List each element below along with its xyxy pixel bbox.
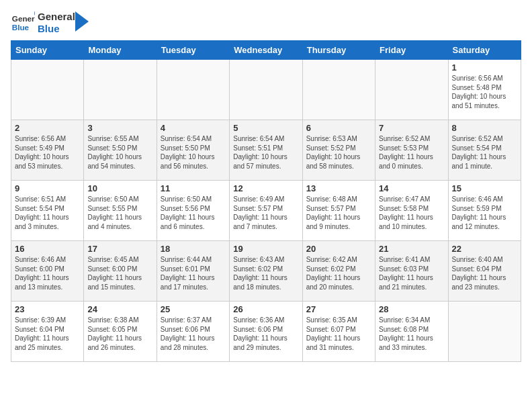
day-info: Sunrise: 6:34 AM Sunset: 6:08 PM Dayligh… bbox=[379, 316, 444, 352]
day-info: Sunrise: 6:49 AM Sunset: 5:57 PM Dayligh… bbox=[233, 195, 298, 231]
day-number: 2 bbox=[15, 123, 80, 133]
svg-marker-2 bbox=[34, 11, 35, 15]
calendar-cell: 7Sunrise: 6:52 AM Sunset: 5:53 PM Daylig… bbox=[375, 120, 448, 181]
calendar-cell bbox=[375, 60, 448, 120]
day-number: 23 bbox=[15, 304, 80, 314]
day-info: Sunrise: 6:48 AM Sunset: 5:57 PM Dayligh… bbox=[306, 195, 371, 231]
day-info: Sunrise: 6:43 AM Sunset: 6:02 PM Dayligh… bbox=[233, 255, 298, 291]
calendar-week-row: 9Sunrise: 6:51 AM Sunset: 5:54 PM Daylig… bbox=[11, 181, 521, 241]
day-info: Sunrise: 6:56 AM Sunset: 5:48 PM Dayligh… bbox=[452, 74, 517, 110]
logo-icon: General Blue bbox=[11, 11, 35, 35]
day-number: 20 bbox=[306, 244, 371, 254]
day-info: Sunrise: 6:36 AM Sunset: 6:06 PM Dayligh… bbox=[233, 316, 298, 352]
calendar-cell: 4Sunrise: 6:54 AM Sunset: 5:50 PM Daylig… bbox=[157, 120, 229, 181]
day-number: 15 bbox=[452, 183, 517, 193]
calendar-cell bbox=[84, 60, 157, 120]
day-info: Sunrise: 6:55 AM Sunset: 5:50 PM Dayligh… bbox=[87, 134, 152, 171]
day-info: Sunrise: 6:42 AM Sunset: 6:02 PM Dayligh… bbox=[306, 255, 371, 291]
day-info: Sunrise: 6:40 AM Sunset: 6:04 PM Dayligh… bbox=[452, 255, 517, 291]
calendar-cell: 28Sunrise: 6:34 AM Sunset: 6:08 PM Dayli… bbox=[375, 302, 448, 362]
calendar-cell: 25Sunrise: 6:37 AM Sunset: 6:06 PM Dayli… bbox=[157, 302, 229, 362]
calendar-cell bbox=[157, 60, 229, 120]
day-number: 12 bbox=[233, 183, 298, 193]
calendar-cell: 16Sunrise: 6:46 AM Sunset: 6:00 PM Dayli… bbox=[11, 241, 84, 302]
day-info: Sunrise: 6:50 AM Sunset: 5:56 PM Dayligh… bbox=[161, 195, 226, 231]
day-number: 3 bbox=[87, 123, 152, 133]
calendar-cell: 11Sunrise: 6:50 AM Sunset: 5:56 PM Dayli… bbox=[157, 181, 229, 241]
day-number: 14 bbox=[379, 183, 444, 193]
calendar-week-row: 16Sunrise: 6:46 AM Sunset: 6:00 PM Dayli… bbox=[11, 241, 521, 302]
day-info: Sunrise: 6:56 AM Sunset: 5:49 PM Dayligh… bbox=[15, 134, 80, 171]
day-number: 6 bbox=[306, 123, 371, 133]
calendar-cell: 18Sunrise: 6:44 AM Sunset: 6:01 PM Dayli… bbox=[157, 241, 229, 302]
calendar-cell: 19Sunrise: 6:43 AM Sunset: 6:02 PM Dayli… bbox=[230, 241, 302, 302]
day-info: Sunrise: 6:53 AM Sunset: 5:52 PM Dayligh… bbox=[306, 134, 371, 171]
weekday-header-wednesday: Wednesday bbox=[230, 41, 302, 60]
calendar-cell: 22Sunrise: 6:40 AM Sunset: 6:04 PM Dayli… bbox=[448, 241, 521, 302]
calendar-cell: 14Sunrise: 6:47 AM Sunset: 5:58 PM Dayli… bbox=[375, 181, 448, 241]
header-row: SundayMondayTuesdayWednesdayThursdayFrid… bbox=[11, 41, 521, 60]
weekday-header-sunday: Sunday bbox=[11, 41, 84, 60]
calendar-cell: 12Sunrise: 6:49 AM Sunset: 5:57 PM Dayli… bbox=[230, 181, 302, 241]
calendar-body: 1Sunrise: 6:56 AM Sunset: 5:48 PM Daylig… bbox=[11, 60, 521, 362]
calendar-cell: 24Sunrise: 6:38 AM Sunset: 6:05 PM Dayli… bbox=[84, 302, 157, 362]
calendar-cell: 9Sunrise: 6:51 AM Sunset: 5:54 PM Daylig… bbox=[11, 181, 84, 241]
calendar-cell bbox=[448, 302, 521, 362]
day-number: 28 bbox=[379, 304, 444, 314]
day-number: 17 bbox=[87, 244, 152, 254]
day-number: 27 bbox=[306, 304, 371, 314]
calendar-week-row: 2Sunrise: 6:56 AM Sunset: 5:49 PM Daylig… bbox=[11, 120, 521, 181]
svg-text:Blue: Blue bbox=[12, 23, 30, 32]
day-number: 13 bbox=[306, 183, 371, 193]
calendar-cell: 23Sunrise: 6:39 AM Sunset: 6:04 PM Dayli… bbox=[11, 302, 84, 362]
day-info: Sunrise: 6:51 AM Sunset: 5:54 PM Dayligh… bbox=[15, 195, 80, 231]
day-info: Sunrise: 6:35 AM Sunset: 6:07 PM Dayligh… bbox=[306, 316, 371, 352]
day-number: 11 bbox=[161, 183, 226, 193]
calendar-cell: 8Sunrise: 6:52 AM Sunset: 5:54 PM Daylig… bbox=[448, 120, 521, 181]
calendar-cell: 2Sunrise: 6:56 AM Sunset: 5:49 PM Daylig… bbox=[11, 120, 84, 181]
calendar-week-row: 23Sunrise: 6:39 AM Sunset: 6:04 PM Dayli… bbox=[11, 302, 521, 362]
logo-arrow-icon bbox=[75, 11, 89, 32]
calendar-cell: 17Sunrise: 6:45 AM Sunset: 6:00 PM Dayli… bbox=[84, 241, 157, 302]
svg-text:General: General bbox=[12, 14, 35, 23]
logo-blue-text: Blue bbox=[38, 23, 75, 35]
calendar-cell: 26Sunrise: 6:36 AM Sunset: 6:06 PM Dayli… bbox=[230, 302, 302, 362]
calendar-cell: 1Sunrise: 6:56 AM Sunset: 5:48 PM Daylig… bbox=[448, 60, 521, 120]
day-info: Sunrise: 6:52 AM Sunset: 5:53 PM Dayligh… bbox=[379, 134, 444, 171]
weekday-header-thursday: Thursday bbox=[302, 41, 375, 60]
calendar-cell bbox=[230, 60, 302, 120]
day-number: 10 bbox=[87, 183, 152, 193]
day-info: Sunrise: 6:44 AM Sunset: 6:01 PM Dayligh… bbox=[161, 255, 226, 291]
day-number: 8 bbox=[452, 123, 517, 133]
day-number: 7 bbox=[379, 123, 444, 133]
calendar-cell: 15Sunrise: 6:46 AM Sunset: 5:59 PM Dayli… bbox=[448, 181, 521, 241]
calendar-week-row: 1Sunrise: 6:56 AM Sunset: 5:48 PM Daylig… bbox=[11, 60, 521, 120]
day-number: 19 bbox=[233, 244, 298, 254]
day-info: Sunrise: 6:50 AM Sunset: 5:55 PM Dayligh… bbox=[87, 195, 152, 231]
weekday-header-tuesday: Tuesday bbox=[157, 41, 229, 60]
day-number: 16 bbox=[15, 244, 80, 254]
calendar-cell: 10Sunrise: 6:50 AM Sunset: 5:55 PM Dayli… bbox=[84, 181, 157, 241]
calendar-cell bbox=[302, 60, 375, 120]
day-info: Sunrise: 6:46 AM Sunset: 5:59 PM Dayligh… bbox=[452, 195, 517, 231]
calendar-table: SundayMondayTuesdayWednesdayThursdayFrid… bbox=[11, 40, 521, 362]
calendar-cell: 21Sunrise: 6:41 AM Sunset: 6:03 PM Dayli… bbox=[375, 241, 448, 302]
day-info: Sunrise: 6:47 AM Sunset: 5:58 PM Dayligh… bbox=[379, 195, 444, 231]
calendar-cell bbox=[11, 60, 84, 120]
day-info: Sunrise: 6:54 AM Sunset: 5:50 PM Dayligh… bbox=[161, 134, 226, 171]
day-number: 5 bbox=[233, 123, 298, 133]
calendar-header: SundayMondayTuesdayWednesdayThursdayFrid… bbox=[11, 41, 521, 60]
day-info: Sunrise: 6:38 AM Sunset: 6:05 PM Dayligh… bbox=[87, 316, 152, 352]
day-info: Sunrise: 6:54 AM Sunset: 5:51 PM Dayligh… bbox=[233, 134, 298, 171]
svg-marker-3 bbox=[75, 11, 89, 32]
page-header: General Blue General Blue bbox=[11, 11, 521, 35]
day-number: 25 bbox=[161, 304, 226, 314]
day-number: 26 bbox=[233, 304, 298, 314]
day-number: 1 bbox=[452, 62, 517, 73]
day-info: Sunrise: 6:39 AM Sunset: 6:04 PM Dayligh… bbox=[15, 316, 80, 352]
day-number: 21 bbox=[379, 244, 444, 254]
calendar-cell: 6Sunrise: 6:53 AM Sunset: 5:52 PM Daylig… bbox=[302, 120, 375, 181]
day-number: 9 bbox=[15, 183, 80, 193]
day-number: 22 bbox=[452, 244, 517, 254]
day-number: 24 bbox=[87, 304, 152, 314]
